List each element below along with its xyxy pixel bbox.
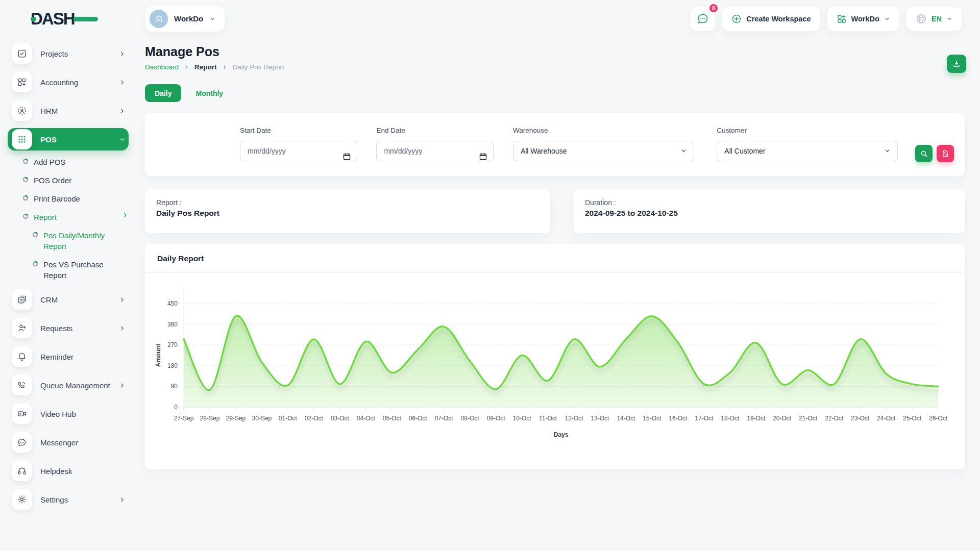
sidebar-item-messenger[interactable]: Messenger — [8, 431, 129, 454]
donut-bullet-icon — [32, 232, 38, 238]
chevron-down-icon — [884, 147, 891, 154]
sidebar-item-requests[interactable]: Requests — [8, 317, 129, 339]
tasks-icon — [12, 43, 32, 64]
search-button[interactable] — [915, 145, 933, 162]
chevron-down-icon — [884, 16, 890, 22]
dash-logo-graphic: DASH — [31, 9, 98, 29]
phone-call-icon — [12, 375, 32, 395]
cards-stack-icon — [12, 289, 32, 310]
sidebar-item-hrm[interactable]: HRM — [8, 99, 129, 122]
sidebar-item-queue-management[interactable]: Queue Management — [8, 374, 129, 396]
main-content: Manage Pos Dashboard Report Daily Pos Re… — [145, 37, 965, 469]
svg-text:21-Oct: 21-Oct — [799, 415, 818, 422]
workdo-menu-button[interactable]: WorkDo — [827, 7, 899, 31]
warehouse-select[interactable]: All Warehouse — [513, 141, 694, 161]
page-title: Manage Pos — [145, 44, 965, 59]
sidebar: Projects Accounting HRM POS — [0, 37, 145, 551]
duration-label: Duration : — [585, 198, 953, 207]
end-date-field: End Date — [376, 127, 494, 161]
summary-row: Report : Daily Pos Report Duration : 202… — [145, 189, 965, 233]
headphones-icon — [12, 461, 32, 481]
donut-bullet-icon — [22, 195, 29, 201]
workspace-selector[interactable]: WorkDo — [145, 6, 225, 32]
sidebar-item-pos-vs-purchase-report[interactable]: Pos VS Purchase Report — [0, 259, 129, 281]
chevron-down-icon — [680, 147, 687, 154]
sidebar-item-video-hub[interactable]: Video Hub — [8, 403, 129, 425]
chevron-right-icon — [119, 51, 126, 57]
svg-text:450: 450 — [167, 300, 178, 307]
sidebar-item-projects[interactable]: Projects — [8, 42, 129, 65]
breadcrumb-dashboard[interactable]: Dashboard — [145, 63, 179, 71]
svg-text:03-Oct: 03-Oct — [331, 415, 350, 422]
svg-text:01-Oct: 01-Oct — [279, 415, 298, 422]
sidebar-item-reminder[interactable]: Reminder — [8, 345, 129, 368]
sidebar-item-add-pos[interactable]: Add POS — [0, 157, 129, 167]
daily-report-area-chart: 09018027036045027-Sep28-Sep29-Sep30-Sep0… — [145, 273, 965, 459]
dots-grid-icon — [12, 129, 32, 149]
chevron-right-icon — [222, 64, 228, 70]
donut-bullet-icon — [32, 261, 38, 267]
chat-bubble-icon — [697, 13, 709, 25]
sidebar-item-crm[interactable]: CRM — [8, 288, 129, 311]
start-date-input[interactable] — [240, 141, 357, 161]
topbar-actions: 0 Create Workspace WorkDo — [691, 7, 962, 31]
start-date-field: Start Date — [240, 127, 357, 161]
filter-card: Start Date End Date Warehouse All Wareho… — [145, 113, 965, 176]
sidebar-item-pos-daily-monthly-report[interactable]: Pos Daily/Monthly Report — [0, 230, 129, 252]
search-icon — [920, 149, 928, 158]
plus-circle-icon — [731, 14, 742, 24]
workspace-avatar — [150, 10, 168, 28]
end-date-input[interactable] — [376, 141, 494, 161]
svg-text:29-Sep: 29-Sep — [226, 415, 246, 422]
svg-text:06-Oct: 06-Oct — [409, 415, 428, 422]
sidebar-item-settings[interactable]: Settings — [8, 488, 129, 511]
chevron-right-icon — [119, 79, 126, 86]
sidebar-item-print-barcode[interactable]: Print Barcode — [0, 193, 129, 204]
warehouse-field: Warehouse All Warehouse — [513, 127, 694, 161]
breadcrumb-report[interactable]: Report — [194, 63, 217, 71]
customer-select[interactable]: All Customer — [717, 141, 898, 161]
globe-icon — [916, 13, 927, 24]
customer-field: Customer All Customer — [717, 127, 898, 161]
messages-button[interactable]: 0 — [691, 7, 715, 31]
duration-value: 2024-09-25 to 2024-10-25 — [585, 209, 953, 218]
top-bar: DASH WorkDo 0 — [0, 0, 980, 37]
svg-text:11-Oct: 11-Oct — [539, 415, 557, 422]
tab-daily[interactable]: Daily — [145, 84, 181, 102]
report-period-tabs: Daily Monthly — [145, 84, 965, 102]
svg-text:360: 360 — [167, 321, 178, 328]
video-camera-icon — [12, 404, 32, 424]
report-summary-card: Report : Daily Pos Report — [145, 189, 550, 233]
tab-monthly[interactable]: Monthly — [195, 89, 223, 97]
svg-text:0: 0 — [174, 404, 178, 411]
download-button[interactable] — [947, 55, 966, 73]
svg-text:28-Sep: 28-Sep — [200, 415, 220, 422]
svg-text:19-Oct: 19-Oct — [747, 415, 766, 422]
sidebar-item-pos-order[interactable]: POS Order — [0, 175, 129, 186]
svg-text:16-Oct: 16-Oct — [669, 415, 688, 422]
sidebar-item-report[interactable]: Report — [0, 212, 129, 222]
svg-text:90: 90 — [171, 383, 178, 390]
svg-text:180: 180 — [167, 362, 178, 369]
svg-text:02-Oct: 02-Oct — [305, 415, 324, 422]
donut-bullet-icon — [22, 177, 29, 183]
svg-text:13-Oct: 13-Oct — [591, 415, 609, 422]
chevron-right-icon — [119, 382, 126, 389]
gear-icon — [12, 489, 32, 510]
svg-text:23-Oct: 23-Oct — [851, 415, 870, 422]
app-root: DASH WorkDo 0 — [0, 0, 980, 551]
sidebar-item-pos[interactable]: POS — [8, 128, 129, 151]
chevron-right-icon — [119, 325, 126, 332]
svg-text:17-Oct: 17-Oct — [695, 415, 714, 422]
create-workspace-button[interactable]: Create Workspace — [722, 7, 820, 31]
sidebar-item-helpdesk[interactable]: Helpdesk — [8, 460, 129, 482]
language-selector[interactable]: EN — [906, 7, 962, 31]
reset-filter-button[interactable] — [937, 145, 954, 162]
sidebar-item-accounting[interactable]: Accounting — [8, 71, 129, 93]
chevron-down-icon — [119, 136, 126, 143]
svg-text:15-Oct: 15-Oct — [643, 415, 662, 422]
svg-text:14-Oct: 14-Oct — [617, 415, 635, 422]
workspace-name: WorkDo — [174, 14, 203, 23]
report-value: Daily Pos Report — [156, 209, 539, 218]
svg-text:Amount: Amount — [155, 344, 162, 367]
